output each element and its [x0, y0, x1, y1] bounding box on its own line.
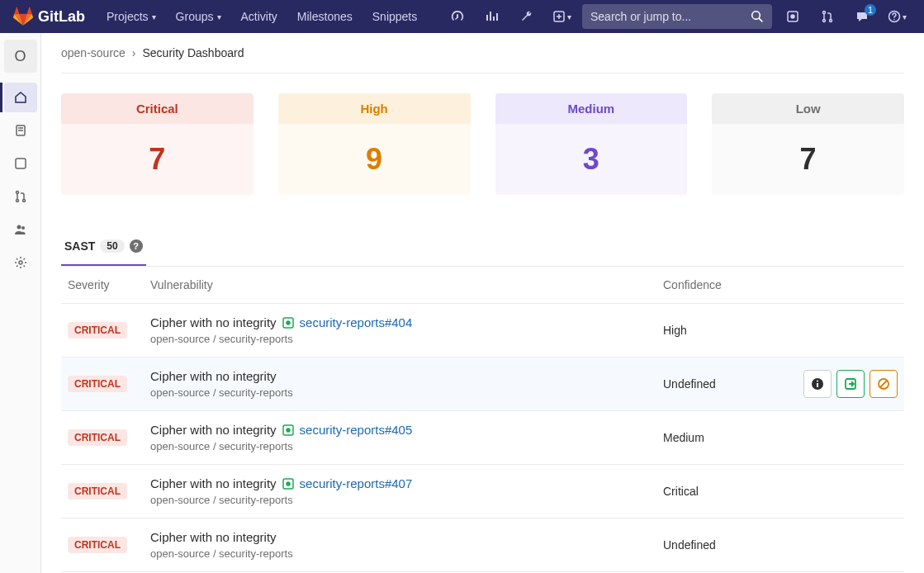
table-row[interactable]: CRITICALCipher with no integritysecurity… [61, 465, 904, 519]
table-row[interactable]: CRITICALCipher with no integritysecurity… [61, 411, 904, 465]
breadcrumb: open-source › Security Dashboard [61, 46, 904, 73]
nav-milestones[interactable]: Milestones [289, 3, 361, 30]
sidebar-item-members[interactable] [4, 215, 37, 244]
sidebar-item-issues[interactable] [4, 149, 37, 178]
card-low-count: 7 [712, 124, 904, 195]
nav-snippets[interactable]: Snippets [364, 3, 425, 30]
th-severity: Severity [61, 267, 144, 304]
merge-requests-icon[interactable] [813, 2, 841, 31]
th-actions [797, 267, 904, 304]
todos-badge: 1 [865, 4, 876, 16]
table-row[interactable]: CRITICALCipher with no integrityopen-sou… [61, 519, 904, 572]
top-navbar: GitLab Projects▾ Groups▾ Activity Milest… [0, 0, 924, 33]
global-search[interactable] [582, 4, 772, 29]
confidence-value: Medium [663, 431, 704, 444]
th-vulnerability: Vulnerability [144, 267, 656, 304]
report-tabs: SAST 50 ? [61, 228, 904, 267]
sidebar-item-epics[interactable] [4, 116, 37, 145]
search-icon [751, 10, 764, 23]
breadcrumb-group[interactable]: open-source [61, 46, 126, 59]
severity-badge: CRITICAL [68, 429, 127, 446]
card-medium[interactable]: Medium 3 [495, 93, 688, 195]
tanuki-icon [13, 7, 33, 26]
card-high-count: 9 [278, 124, 471, 195]
wrench-icon[interactable] [513, 2, 541, 31]
sidebar-item-settings[interactable] [4, 248, 37, 277]
severity-badge: CRITICAL [68, 483, 127, 500]
card-critical-label: Critical [61, 93, 254, 124]
vuln-path: open-source / security-reports [150, 440, 650, 452]
sidebar-item-merge-requests[interactable] [4, 182, 37, 211]
svg-rect-8 [16, 159, 26, 168]
severity-badge: CRITICAL [68, 376, 127, 392]
create-issue-button[interactable] [836, 370, 865, 398]
chevron-down-icon: ▾ [217, 12, 221, 21]
breadcrumb-separator: › [132, 46, 136, 59]
severity-badge: CRITICAL [68, 537, 127, 553]
vuln-title: Cipher with no integritysecurity-reports… [150, 476, 650, 490]
confidence-value: Critical [663, 485, 699, 498]
card-low[interactable]: Low 7 [712, 93, 904, 195]
question-icon[interactable]: ? [130, 239, 143, 253]
card-medium-count: 3 [495, 124, 688, 195]
nav-activity[interactable]: Activity [233, 3, 286, 30]
svg-point-16 [287, 321, 290, 324]
issue-link[interactable]: security-reports#404 [300, 315, 413, 329]
issue-icon [282, 316, 295, 329]
dashboard-icon[interactable] [443, 2, 471, 31]
nav-projects[interactable]: Projects▾ [98, 3, 164, 30]
svg-point-12 [17, 225, 21, 230]
gitlab-logo[interactable]: GitLab [13, 7, 85, 26]
svg-point-10 [16, 200, 18, 202]
svg-point-3 [823, 12, 826, 14]
left-sidebar: O [0, 33, 41, 573]
tab-sast-count: 50 [100, 239, 124, 253]
chevron-down-icon: ▾ [567, 12, 571, 21]
tab-sast-label: SAST [64, 239, 95, 253]
tab-sast[interactable]: SAST 50 ? [61, 228, 146, 266]
chart-icon[interactable] [478, 2, 506, 31]
svg-point-9 [16, 192, 18, 194]
issues-icon [14, 157, 27, 170]
project-avatar[interactable]: O [4, 40, 37, 73]
primary-nav: Projects▾ Groups▾ Activity Milestones Sn… [98, 3, 425, 30]
dismiss-button[interactable] [870, 370, 898, 398]
th-confidence: Confidence [656, 267, 797, 304]
help-icon[interactable]: ▾ [883, 2, 911, 31]
issue-link[interactable]: security-reports#407 [300, 476, 413, 490]
search-input[interactable] [590, 10, 751, 23]
vuln-title: Cipher with no integrity [150, 369, 650, 383]
issues-icon[interactable] [779, 2, 807, 31]
card-high-label: High [278, 93, 471, 124]
severity-badge: CRITICAL [68, 322, 127, 339]
svg-point-5 [830, 20, 832, 22]
plus-icon[interactable]: ▾ [547, 2, 576, 31]
issue-icon [282, 424, 295, 437]
vuln-path: open-source / security-reports [150, 494, 650, 506]
confidence-value: High [663, 324, 687, 337]
sidebar-item-security[interactable] [4, 83, 37, 112]
todos-icon[interactable]: 1 [848, 2, 876, 31]
confidence-value: Undefined [663, 538, 716, 552]
svg-point-13 [21, 226, 25, 230]
svg-point-2 [791, 15, 794, 18]
info-button[interactable] [803, 370, 832, 398]
issue-link[interactable]: security-reports#405 [300, 423, 413, 437]
card-medium-label: Medium [495, 93, 688, 124]
nav-groups[interactable]: Groups▾ [168, 3, 230, 30]
table-row[interactable]: CRITICALCipher with no integrityopen-sou… [61, 358, 904, 411]
epic-icon [14, 124, 27, 137]
chevron-down-icon: ▾ [152, 12, 156, 21]
svg-point-19 [817, 381, 818, 382]
card-high[interactable]: High 9 [278, 93, 471, 195]
card-critical[interactable]: Critical 7 [61, 93, 254, 195]
summary-cards: Critical 7 High 9 Medium 3 Low 7 [61, 93, 904, 195]
table-row[interactable]: CRITICALCipher with no integritysecurity… [61, 304, 904, 358]
vuln-title: Cipher with no integritysecurity-reports… [150, 315, 650, 329]
svg-point-4 [823, 20, 826, 22]
vuln-path: open-source / security-reports [150, 333, 650, 345]
home-icon [14, 91, 27, 104]
svg-point-25 [287, 482, 290, 485]
svg-point-23 [287, 429, 290, 432]
card-critical-count: 7 [61, 124, 254, 195]
